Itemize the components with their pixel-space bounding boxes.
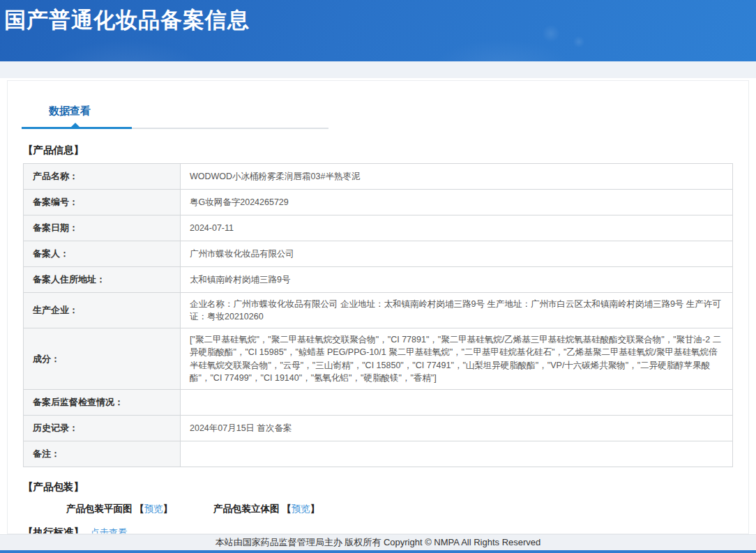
row-value-product-name: WODWOD小冰桶粉雾柔润唇霜03#半熟枣泥: [181, 164, 733, 190]
table-row: 备注：: [24, 441, 733, 467]
table-row: 备案日期： 2024-07-11: [24, 215, 733, 241]
bracket-open: 【: [135, 503, 144, 514]
table-row: 备案后监督检查情况：: [24, 389, 733, 415]
row-value-history: 2024年07月15日 首次备案: [181, 415, 733, 441]
execution-standard-label: 【执行标准】: [23, 527, 84, 534]
row-value-registration-date: 2024-07-11: [181, 215, 733, 241]
table-row: 备案编号： 粤G妆网备字2024265729: [24, 190, 733, 215]
tab-underline: [22, 127, 328, 129]
tab-active-indicator: [22, 127, 132, 129]
tab-bar: 数据查看: [8, 105, 748, 129]
section-packaging-title: 【产品包装】: [23, 480, 733, 494]
table-row: 生产企业： 企业名称：广州市蝶妆化妆品有限公司 企业地址：太和镇南岭村岗埔三路9…: [24, 293, 733, 328]
table-row: 成分： ["聚二甲基硅氧烷"，"聚二甲基硅氧烷交联聚合物"，"CI 77891"…: [24, 328, 733, 390]
row-value-manufacturer: 企业名称：广州市蝶妆化妆品有限公司 企业地址：太和镇南岭村岗埔三路9号 生产地址…: [181, 293, 733, 328]
product-info-table: 产品名称： WODWOD小冰桶粉雾柔润唇霜03#半熟枣泥 备案编号： 粤G妆网备…: [23, 163, 733, 467]
packaging-stereo-preview-link[interactable]: 预览: [292, 503, 310, 514]
tab-active-triangle-icon: [70, 123, 80, 128]
section-product-info-title: 【产品信息】: [23, 144, 733, 157]
row-value-remarks: [181, 441, 733, 467]
execution-standard-section: 【执行标准】点击查看: [23, 526, 733, 534]
execution-standard-view-link[interactable]: 点击查看: [91, 527, 127, 534]
row-label-registrant-address: 备案人住所地址：: [24, 267, 181, 293]
row-label-ingredients: 成分：: [24, 328, 181, 390]
row-value-registrant: 广州市蝶妆化妆品有限公司: [181, 241, 733, 267]
row-label-registration-number: 备案编号：: [24, 190, 181, 215]
packaging-line: 产品包装平面图 【预览】 产品包装立体图 【预览】: [66, 503, 733, 515]
row-value-registrant-address: 太和镇南岭村岗埔三路9号: [181, 267, 733, 293]
tab-data-view[interactable]: 数据查看: [49, 105, 91, 127]
table-row: 备案人住所地址： 太和镇南岭村岗埔三路9号: [24, 267, 733, 293]
packaging-flat-preview-link[interactable]: 预览: [144, 503, 163, 514]
bracket-close: 】: [310, 503, 320, 514]
header-sub-band: [0, 61, 756, 78]
packaging-stereo-label: 产品包装立体图: [213, 503, 280, 514]
row-label-supervision-check: 备案后监督检查情况：: [24, 389, 181, 415]
footer: 本站由国家药品监督管理局主办 版权所有 Copyright © NMPA All…: [0, 534, 756, 550]
row-label-product-name: 产品名称：: [24, 164, 181, 190]
main-area: 数据查看 【产品信息】 产品名称： WODWOD小冰桶粉雾柔润唇霜03#半熟枣泥: [0, 78, 756, 534]
row-label-registration-date: 备案日期：: [24, 215, 181, 241]
page-title: 国产普通化妆品备案信息: [0, 0, 756, 35]
row-value-ingredients: ["聚二甲基硅氧烷"，"聚二甲基硅氧烷交联聚合物"，"CI 77891"，"聚二…: [181, 328, 733, 390]
row-value-supervision-check: [181, 389, 733, 415]
tab-underline-rest: [132, 128, 328, 129]
content-card: 数据查看 【产品信息】 产品名称： WODWOD小冰桶粉雾柔润唇霜03#半熟枣泥: [7, 80, 749, 534]
packaging-stereo-group: 产品包装立体图 【预览】: [213, 503, 319, 515]
row-label-history: 历史记录：: [24, 415, 181, 441]
page-header: 国产普通化妆品备案信息: [0, 0, 756, 61]
table-row: 备案人： 广州市蝶妆化妆品有限公司: [24, 241, 733, 267]
packaging-flat-group: 产品包装平面图 【预览】: [66, 503, 172, 515]
row-label-remarks: 备注：: [24, 441, 181, 467]
table-row: 历史记录： 2024年07月15日 首次备案: [24, 415, 733, 441]
row-label-registrant: 备案人：: [24, 241, 181, 267]
row-value-registration-number: 粤G妆网备字2024265729: [181, 190, 733, 215]
packaging-flat-label: 产品包装平面图: [66, 503, 133, 514]
table-row: 产品名称： WODWOD小冰桶粉雾柔润唇霜03#半熟枣泥: [24, 164, 733, 190]
footer-copyright: 本站由国家药品监督管理局主办 版权所有 Copyright © NMPA All…: [216, 537, 541, 547]
content-body: 【产品信息】 产品名称： WODWOD小冰桶粉雾柔润唇霜03#半熟枣泥 备案编号…: [8, 144, 748, 534]
bracket-close: 】: [163, 503, 173, 514]
bracket-open: 【: [282, 503, 292, 514]
row-label-manufacturer: 生产企业：: [24, 293, 181, 328]
footer-blue-bar: [0, 550, 756, 553]
